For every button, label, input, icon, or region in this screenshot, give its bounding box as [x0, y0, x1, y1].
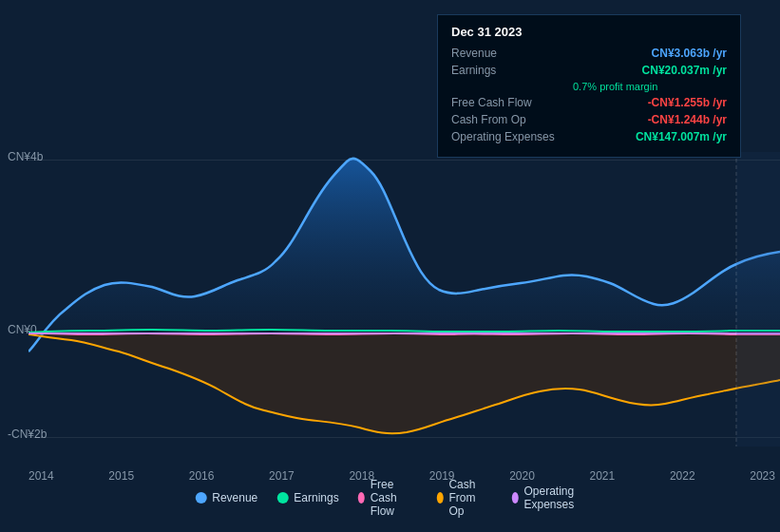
- cashfromop-area-fill: [29, 332, 780, 433]
- tooltip-value-fcf: -CN¥1.255b /yr: [648, 96, 727, 109]
- tooltip-row-earnings: Earnings CN¥20.037m /yr: [451, 64, 727, 77]
- legend-dot-earnings: [276, 492, 288, 504]
- profit-margin-row: 0.7% profit margin: [569, 81, 727, 92]
- legend-dot-fcf: [358, 492, 365, 504]
- tooltip-label-revenue: Revenue: [451, 47, 565, 60]
- legend-label-fcf: Free Cash Flow: [371, 478, 418, 518]
- tooltip-label-cashfromop: Cash From Op: [451, 113, 565, 126]
- tooltip-value-cashfromop: -CN¥1.244b /yr: [648, 113, 727, 126]
- legend-item-fcf[interactable]: Free Cash Flow: [358, 478, 418, 518]
- legend-item-cashfromop[interactable]: Cash From Op: [436, 478, 492, 518]
- tooltip-label-opex: Operating Expenses: [451, 130, 565, 143]
- chart-container: Dec 31 2023 Revenue CN¥3.063b /yr Earnin…: [0, 0, 780, 532]
- highlight-region: [736, 152, 780, 446]
- tooltip-value-revenue: CN¥3.063b /yr: [652, 47, 727, 60]
- x-label-2023: 2023: [750, 469, 775, 483]
- legend-dot-cashfromop: [436, 492, 443, 504]
- x-label-2021: 2021: [590, 469, 616, 483]
- chart-svg: [29, 152, 780, 446]
- tooltip-label-earnings: Earnings: [451, 64, 565, 77]
- legend-item-opex[interactable]: Operating Expenses: [511, 484, 584, 511]
- legend-label-earnings: Earnings: [294, 491, 338, 504]
- x-label-2014: 2014: [29, 469, 54, 483]
- tooltip-value-opex: CN¥147.007m /yr: [636, 130, 727, 143]
- tooltip-date: Dec 31 2023: [451, 25, 727, 39]
- profit-margin-text: 0.7% profit margin: [573, 81, 657, 92]
- x-label-2022: 2022: [670, 469, 695, 483]
- tooltip-value-earnings: CN¥20.037m /yr: [642, 64, 727, 77]
- legend-label-cashfromop: Cash From Op: [448, 478, 492, 518]
- tooltip-row-revenue: Revenue CN¥3.063b /yr: [451, 47, 727, 60]
- tooltip-row-cashfromop: Cash From Op -CN¥1.244b /yr: [451, 113, 727, 126]
- legend-label-opex: Operating Expenses: [523, 484, 584, 511]
- tooltip-row-opex: Operating Expenses CN¥147.007m /yr: [451, 130, 727, 143]
- legend-item-revenue[interactable]: Revenue: [195, 491, 257, 504]
- legend-label-revenue: Revenue: [212, 491, 257, 504]
- tooltip-box: Dec 31 2023 Revenue CN¥3.063b /yr Earnin…: [437, 14, 741, 158]
- legend-dot-revenue: [195, 492, 206, 504]
- tooltip-row-fcf: Free Cash Flow -CN¥1.255b /yr: [451, 96, 727, 109]
- tooltip-label-fcf: Free Cash Flow: [451, 96, 565, 109]
- chart-legend: Revenue Earnings Free Cash Flow Cash Fro…: [195, 478, 585, 518]
- x-label-2015: 2015: [108, 469, 134, 483]
- legend-item-earnings[interactable]: Earnings: [276, 491, 338, 504]
- legend-dot-opex: [511, 492, 518, 504]
- revenue-area-fill: [29, 159, 780, 352]
